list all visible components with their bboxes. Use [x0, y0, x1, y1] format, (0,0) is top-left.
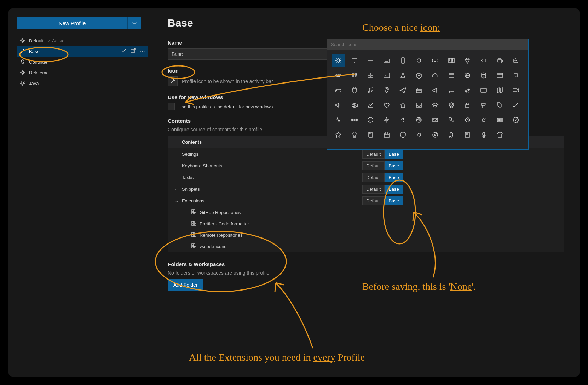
- window-icon[interactable]: [445, 69, 458, 82]
- graph-icon[interactable]: [364, 98, 377, 112]
- mic-icon[interactable]: [477, 128, 490, 142]
- heart-icon[interactable]: [380, 98, 393, 112]
- new-windows-checkbox[interactable]: [168, 103, 175, 110]
- vr-icon[interactable]: [428, 54, 442, 67]
- new-profile-dropdown[interactable]: [127, 17, 141, 29]
- source-base-button[interactable]: Base: [385, 185, 403, 194]
- note-icon[interactable]: [461, 128, 474, 142]
- calendar-icon[interactable]: [380, 128, 393, 142]
- new-window-icon[interactable]: [130, 48, 136, 55]
- source-default-button[interactable]: Default: [362, 196, 385, 205]
- color-icon[interactable]: [412, 113, 426, 127]
- chip-face-icon[interactable]: [509, 69, 523, 82]
- icon-picker-button[interactable]: [168, 76, 178, 86]
- key-icon[interactable]: [445, 113, 458, 127]
- contents-row-extensions[interactable]: ⌄ExtensionsDefaultBase: [168, 195, 564, 207]
- gamepad-icon[interactable]: [332, 84, 345, 97]
- source-default-button[interactable]: Default: [362, 185, 385, 194]
- boxes-icon[interactable]: [364, 69, 377, 82]
- wand-icon[interactable]: [509, 98, 523, 112]
- terminal-icon[interactable]: [380, 69, 393, 82]
- jersey-icon[interactable]: [493, 128, 507, 142]
- history-icon[interactable]: [461, 113, 474, 127]
- database-icon[interactable]: [477, 69, 490, 82]
- contents-row-settings[interactable]: SettingsDefaultBase: [168, 148, 564, 160]
- library-icon[interactable]: [348, 69, 361, 82]
- broadcast-icon[interactable]: [348, 113, 361, 127]
- layers-icon[interactable]: [445, 98, 458, 112]
- source-default-button[interactable]: Default: [362, 150, 385, 159]
- monitor-icon[interactable]: [348, 54, 361, 67]
- law-icon[interactable]: [348, 98, 361, 112]
- use-profile-icon[interactable]: [121, 48, 127, 55]
- extension-row[interactable]: vscode-icons: [168, 241, 564, 252]
- verified-icon[interactable]: [509, 113, 523, 127]
- mobile-icon[interactable]: [396, 54, 410, 67]
- repo-icon[interactable]: [364, 128, 377, 142]
- home-icon[interactable]: [396, 98, 410, 112]
- chip-icon[interactable]: [348, 84, 361, 97]
- bug-icon[interactable]: [477, 113, 490, 127]
- server-icon[interactable]: [364, 54, 377, 67]
- video-icon[interactable]: [509, 84, 523, 97]
- code-icon[interactable]: [477, 54, 490, 67]
- keyboard-icon[interactable]: [380, 54, 393, 67]
- contents-row-tasks[interactable]: TasksDefaultBase: [168, 172, 564, 183]
- id-icon[interactable]: [493, 113, 507, 127]
- icon-search-input[interactable]: [327, 39, 528, 50]
- tag-icon[interactable]: [493, 98, 507, 112]
- contents-row-keyboard-shortcuts[interactable]: Keyboard ShortcutsDefaultBase: [168, 160, 564, 172]
- pulse-icon[interactable]: [332, 113, 345, 127]
- new-profile-button[interactable]: New Profile: [17, 17, 127, 29]
- compass-icon[interactable]: [428, 128, 442, 142]
- briefcase-icon[interactable]: [412, 84, 426, 97]
- profile-item-java[interactable]: Java: [17, 78, 148, 88]
- shield-icon[interactable]: [396, 128, 410, 142]
- music-icon[interactable]: [364, 84, 377, 97]
- pin-icon[interactable]: [380, 84, 393, 97]
- gear-icon[interactable]: [332, 54, 345, 67]
- flame-icon[interactable]: [412, 128, 426, 142]
- source-default-button[interactable]: Default: [362, 173, 385, 182]
- megaphone-icon[interactable]: [428, 84, 442, 97]
- source-base-button[interactable]: Base: [385, 161, 403, 170]
- telescope-icon[interactable]: [461, 84, 474, 97]
- star-icon[interactable]: [332, 128, 345, 142]
- name-input[interactable]: [168, 48, 338, 60]
- squirrel-icon[interactable]: [396, 113, 410, 127]
- watch-icon[interactable]: [412, 54, 426, 67]
- extension-row[interactable]: GitHub Repositories: [168, 207, 564, 218]
- extension-row[interactable]: Remote Repositories: [168, 229, 564, 241]
- lock-icon[interactable]: [461, 98, 474, 112]
- credit-card-icon[interactable]: [477, 84, 490, 97]
- speaker-icon[interactable]: [332, 98, 345, 112]
- mortar-board-icon[interactable]: [428, 98, 442, 112]
- send-icon[interactable]: [396, 84, 410, 97]
- cloud-icon[interactable]: [428, 69, 442, 82]
- package-icon[interactable]: [412, 69, 426, 82]
- lightbulb-icon[interactable]: [348, 128, 361, 142]
- contents-row-snippets[interactable]: ›SnippetsDefaultBase: [168, 183, 564, 195]
- profile-item-deleteme[interactable]: Deleteme: [17, 67, 148, 78]
- source-base-button[interactable]: Base: [385, 173, 403, 182]
- comment-icon[interactable]: [445, 84, 458, 97]
- profile-item-default[interactable]: Default✓ Active: [17, 35, 148, 46]
- source-base-button[interactable]: Base: [385, 196, 403, 205]
- milestone-icon[interactable]: [477, 98, 490, 112]
- inbox-icon[interactable]: [412, 98, 426, 112]
- profile-item-base[interactable]: Base⋯: [17, 46, 148, 57]
- beaker-icon[interactable]: [396, 69, 410, 82]
- ruby-icon[interactable]: [461, 54, 474, 67]
- source-default-button[interactable]: Default: [362, 161, 385, 170]
- map-icon[interactable]: [493, 84, 507, 97]
- eye-icon[interactable]: [332, 69, 345, 82]
- globe-icon[interactable]: [461, 69, 474, 82]
- extension-row[interactable]: Prettier - Code formatter: [168, 218, 564, 229]
- smiley-icon[interactable]: [364, 113, 377, 127]
- browser-icon[interactable]: [493, 69, 507, 82]
- add-folder-button[interactable]: Add Folder: [168, 279, 203, 291]
- more-icon[interactable]: ⋯: [139, 48, 145, 55]
- mail-icon[interactable]: [428, 113, 442, 127]
- source-base-button[interactable]: Base: [385, 150, 403, 159]
- rocket-icon[interactable]: [445, 128, 458, 142]
